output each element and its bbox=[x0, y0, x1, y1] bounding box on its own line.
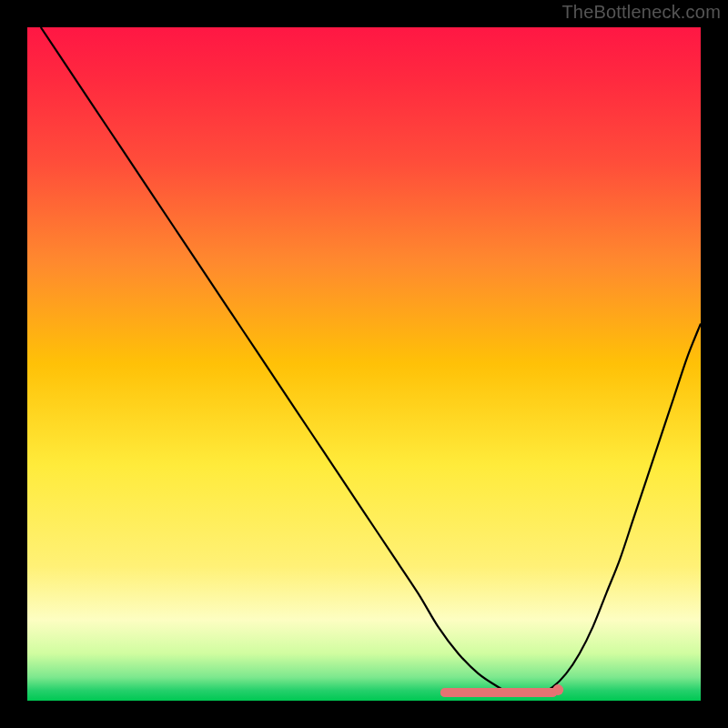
plot-area bbox=[27, 27, 701, 701]
chart-root: TheBottleneck.com bbox=[0, 0, 728, 728]
chart-svg bbox=[27, 27, 701, 701]
svg-point-1 bbox=[552, 684, 563, 695]
gradient-background bbox=[27, 27, 701, 701]
watermark-text: TheBottleneck.com bbox=[561, 2, 721, 23]
